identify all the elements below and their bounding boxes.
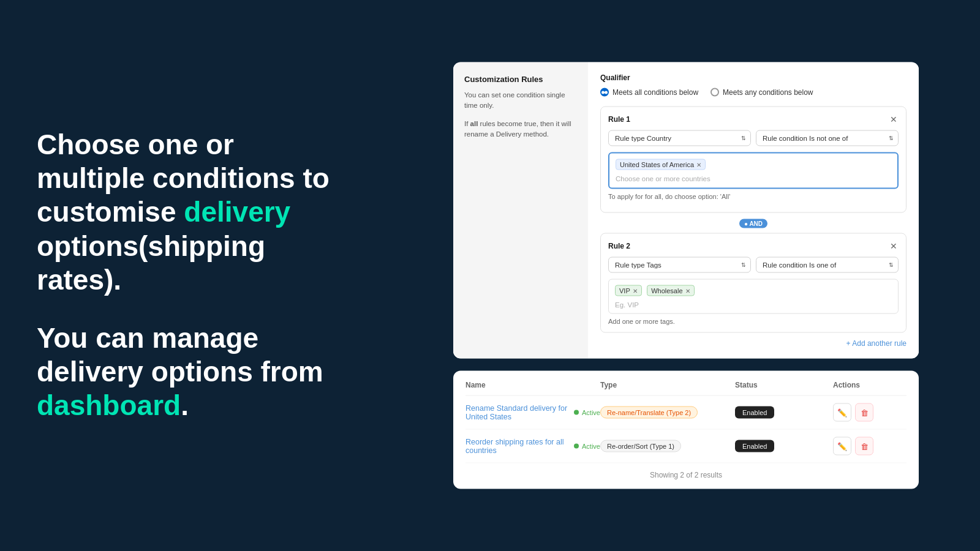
rule-1-label: Rule 1 (608, 115, 630, 124)
qualifier-label: Qualifier (600, 73, 907, 82)
table-header: Name Type Status Actions (466, 381, 907, 396)
qualifier-option2-label: Meets any conditions below (723, 88, 813, 97)
row1-delete-button[interactable]: 🗑 (855, 403, 873, 422)
row2-enabled-badge: Enabled (735, 440, 774, 452)
rule-1-tag-remove-button[interactable]: ✕ (696, 161, 701, 168)
radio-circle-2 (710, 88, 719, 97)
rule-1-country-input[interactable]: United States of America ✕ Choose one or… (608, 152, 899, 189)
hero-line1: Choose one or (37, 129, 234, 160)
desc2-bold: all (470, 119, 478, 127)
hero-line3-plain: customise (37, 197, 184, 228)
secondary-period: . (181, 390, 189, 422)
hero-line2: multiple conditions to (37, 162, 330, 194)
rule-1-type-select[interactable]: Rule type Country (608, 130, 751, 146)
row1-type-badge: Re-name/Translate (Type 2) (600, 407, 698, 419)
delivery-options-table-card: Name Type Status Actions Rename Standard… (453, 371, 919, 489)
card-sidebar: Customization Rules You can set one cond… (453, 62, 588, 359)
row2-name-cell: Reorder shipping rates for all countries… (466, 438, 600, 455)
col-type: Type (600, 381, 735, 389)
row2-delete-button[interactable]: 🗑 (855, 437, 873, 455)
sidebar-title: Customization Rules (464, 75, 577, 84)
rule-2-tag-wholesale: Wholesale ✕ (647, 285, 694, 296)
rule-2-type-select[interactable]: Rule type Tags (608, 257, 751, 273)
secondary-line2: delivery options from (37, 356, 323, 388)
row2-name-text: Reorder shipping rates for all countries (466, 438, 569, 455)
secondary-line1: You can manage (37, 322, 258, 354)
row2-edit-button[interactable]: ✏️ (833, 437, 851, 455)
card-main: Qualifier Meets all conditions below Mee… (588, 62, 919, 359)
desc2-prefix: If (464, 119, 470, 127)
row1-link[interactable]: Rename Standard delivery for United Stat… (466, 404, 600, 421)
rule-1-header: Rule 1 ✕ (608, 114, 899, 124)
rule-1-tag-label: United States of America (620, 161, 694, 168)
row1-type-cell: Re-name/Translate (Type 2) (600, 407, 735, 419)
rule-1-country-tag: United States of America ✕ (616, 159, 706, 170)
rule-2-hint: Add one or more tags. (608, 318, 899, 325)
hero-highlight1: delivery (184, 197, 290, 228)
col-name: Name (466, 381, 600, 389)
rule-2-tag2-remove-button[interactable]: ✕ (685, 287, 690, 294)
sidebar-desc2: If all rules become true, then it will r… (464, 118, 577, 140)
col-actions: Actions (833, 381, 907, 389)
row2-status-cell: Enabled (735, 440, 833, 452)
and-divider: ● AND (600, 219, 907, 228)
table-footer: Showing 2 of 2 results (466, 463, 907, 479)
table-row: Reorder shipping rates for all countries… (466, 430, 907, 463)
customization-rules-card: Customization Rules You can set one cond… (453, 62, 919, 359)
rule-2-tag-placeholder: Eg. VIP (615, 301, 892, 309)
rule-2-header: Rule 2 ✕ (608, 241, 899, 251)
row1-name-text: Rename Standard delivery for United Stat… (466, 404, 569, 421)
radio-circle-1 (600, 88, 609, 97)
rule-2-condition-wrapper: Rule condition Is one of ⇅ (756, 257, 899, 273)
row2-link[interactable]: Reorder shipping rates for all countries… (466, 438, 600, 455)
left-panel: Choose one or multiple conditions to cus… (37, 128, 331, 423)
col-status: Status (735, 381, 833, 389)
rule-2-selects: Rule type Tags ⇅ Rule condition Is one o… (608, 257, 899, 273)
row2-type-cell: Re-order/Sort (Type 1) (600, 440, 735, 452)
hero-period: . (113, 264, 121, 296)
secondary-text: You can manage delivery options from das… (37, 321, 331, 423)
row1-name-cell: Rename Standard delivery for United Stat… (466, 404, 600, 421)
row1-enabled-badge: Enabled (735, 407, 774, 419)
qualifier-option2[interactable]: Meets any conditions below (710, 88, 813, 97)
secondary-highlight: dashboard (37, 390, 181, 422)
rule-2-type-wrapper: Rule type Tags ⇅ (608, 257, 751, 273)
row1-status-cell: Enabled (735, 407, 833, 419)
hero-text: Choose one or multiple conditions to cus… (37, 128, 331, 297)
row2-status-label: Active (582, 443, 600, 450)
qualifier-option1-label: Meets all conditions below (612, 88, 698, 97)
add-another-rule-button[interactable]: + Add another rule (600, 339, 907, 348)
row1-status-badge: Active (574, 409, 600, 416)
right-panel: Customization Rules You can set one cond… (453, 62, 919, 489)
desc2-suffix: rules become true, then it will rename a… (464, 119, 571, 137)
rule-2-tag1-label: VIP (619, 287, 630, 294)
rule-2-tags-input[interactable]: VIP ✕ Wholesale ✕ Eg. VIP (608, 279, 899, 314)
and-badge: ● AND (739, 219, 767, 228)
rule-1-box: Rule 1 ✕ Rule type Country ⇅ Rule condit… (600, 107, 907, 213)
rule-2-label: Rule 2 (608, 242, 630, 250)
rule-1-selects: Rule type Country ⇅ Rule condition Is no… (608, 130, 899, 146)
rule-2-tag2-label: Wholesale (651, 287, 682, 294)
rule-2-tag-vip: VIP ✕ (615, 285, 642, 296)
row2-status-badge: Active (574, 443, 600, 450)
rule-1-condition-wrapper: Rule condition Is not one of ⇅ (756, 130, 899, 146)
row1-edit-button[interactable]: ✏️ (833, 403, 851, 422)
row2-actions: ✏️ 🗑 (833, 437, 907, 455)
qualifier-option1[interactable]: Meets all conditions below (600, 88, 698, 97)
rule-1-close-button[interactable]: ✕ (889, 114, 899, 124)
rule-1-type-wrapper: Rule type Country ⇅ (608, 130, 751, 146)
rule-2-condition-select[interactable]: Rule condition Is one of (756, 257, 899, 273)
row1-status-dot (574, 410, 579, 415)
rule-2-box: Rule 2 ✕ Rule type Tags ⇅ Rule condition… (600, 233, 907, 333)
rule-1-condition-select[interactable]: Rule condition Is not one of (756, 130, 899, 146)
table-row: Rename Standard delivery for United Stat… (466, 396, 907, 430)
rule-1-hint: To apply for for all, do choose option: … (608, 193, 899, 200)
radio-dot-1 (601, 91, 605, 94)
row1-status-label: Active (582, 409, 600, 416)
sidebar-desc1: You can set one condition single time on… (464, 90, 577, 111)
row1-actions: ✏️ 🗑 (833, 403, 907, 422)
row2-type-badge: Re-order/Sort (Type 1) (600, 440, 681, 452)
rule-2-close-button[interactable]: ✕ (889, 241, 899, 251)
rule-2-tag1-remove-button[interactable]: ✕ (633, 287, 638, 294)
qualifier-options: Meets all conditions below Meets any con… (600, 88, 907, 97)
